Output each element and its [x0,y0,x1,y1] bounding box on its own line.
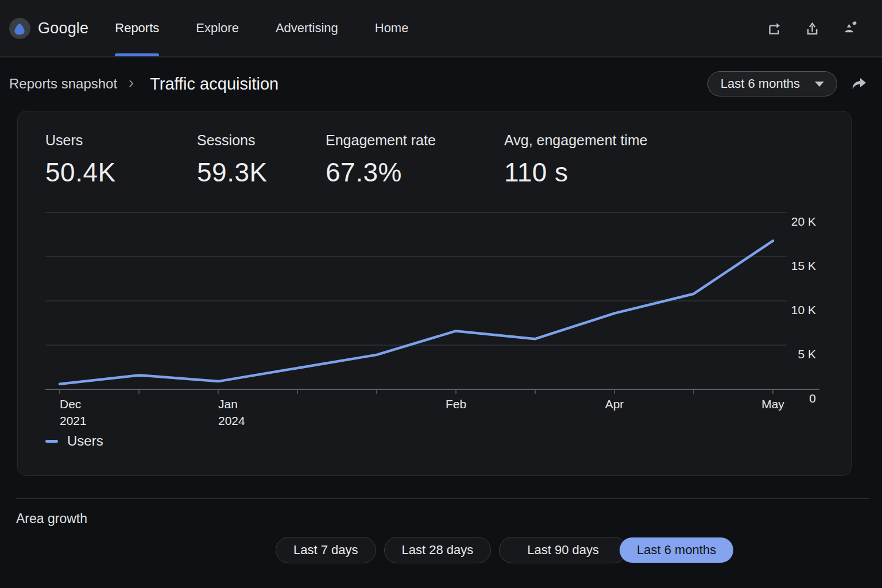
y-axis-label: 0 [809,392,816,405]
metric-value: 67.3% [326,157,436,188]
traffic-overview-card: Users50.4KSessions59.3KEngagement rate67… [17,111,852,476]
caret-down-icon [815,82,824,87]
date-range-dropdown[interactable]: Last 6 months [707,71,837,96]
users-line-chart: 20 K15 K10 K5 K0Dec2021Jan2024FebAprMay [45,204,819,430]
app-logo[interactable]: Google [9,18,88,39]
nav-item-advertising[interactable]: Advertising [276,0,338,56]
x-axis-label: May [761,397,784,411]
brand-title: Google [38,20,88,37]
nav-item-label: Advertising [276,21,338,36]
x-axis-label: 2021 [60,414,87,427]
share-icon[interactable] [850,75,868,93]
y-axis-label: 5 K [798,347,816,361]
range-button-last-90-days[interactable]: Last 90 days [499,537,627,563]
metric-avg-engagement-time: Avg, engagement time110 s [504,132,648,188]
nav-item-label: Reports [115,21,159,36]
y-axis-label: 15 K [791,259,816,272]
nav-item-reports[interactable]: Reports [115,0,159,56]
account-icon[interactable] [841,19,859,37]
nav-item-label: Explore [196,21,239,36]
users-line-series [60,241,773,384]
metric-engagement-rate: Engagement rate67.3% [326,132,436,188]
page-title: Traffic acquisition [150,75,278,94]
metric-value: 110 s [504,157,648,188]
breadcrumb-parent[interactable]: Reports snapshot [9,76,117,92]
report-header-row: Reports snapshot › Traffic acquisition L… [0,57,882,110]
top-navigation-bar: Google ReportsExploreAdvertisingHome [0,0,882,57]
metric-value: 50.4K [45,157,116,188]
x-axis-label: Jan [218,397,238,411]
range-button-last-6-months[interactable]: Last 6 months [619,537,734,563]
nav-item-home[interactable]: Home [375,0,409,56]
upload-icon[interactable] [803,19,821,37]
legend-line-swatch [45,440,58,443]
analytics-logo-icon [9,18,30,39]
chevron-right-icon: › [129,74,134,92]
nav-item-label: Home [375,21,409,36]
metric-label: Users [45,132,116,149]
range-button-last-28-days[interactable]: Last 28 days [384,537,492,563]
header-controls: Last 6 months [707,71,868,96]
legend-label: Users [67,433,103,449]
redirect-icon[interactable] [765,19,783,37]
primary-nav: ReportsExploreAdvertisingHome [115,0,445,56]
nav-actions [765,0,859,56]
x-axis-label: Apr [605,397,624,411]
x-axis-label: Dec [60,397,81,411]
chart-legend: Users [45,433,103,449]
y-axis-label: 10 K [791,303,816,316]
range-button-last-7-days[interactable]: Last 7 days [276,537,376,563]
section-title: Area growth [16,511,882,527]
x-axis-label: Feb [446,397,466,411]
x-axis-label: 2024 [218,414,245,427]
section-divider [16,498,869,499]
nav-item-explore[interactable]: Explore [196,0,239,56]
metric-label: Avg, engagement time [504,132,648,149]
metric-label: Sessions [197,132,268,149]
metric-value: 59.3K [197,157,268,188]
metric-users: Users50.4K [45,132,116,188]
y-axis-label: 20 K [791,215,816,228]
metric-label: Engagement rate [326,132,436,149]
metric-sessions: Sessions59.3K [197,132,268,188]
date-range-button-group: Last 7 daysLast 28 daysLast 90 daysLast … [276,537,882,563]
date-range-value: Last 6 months [721,76,800,91]
